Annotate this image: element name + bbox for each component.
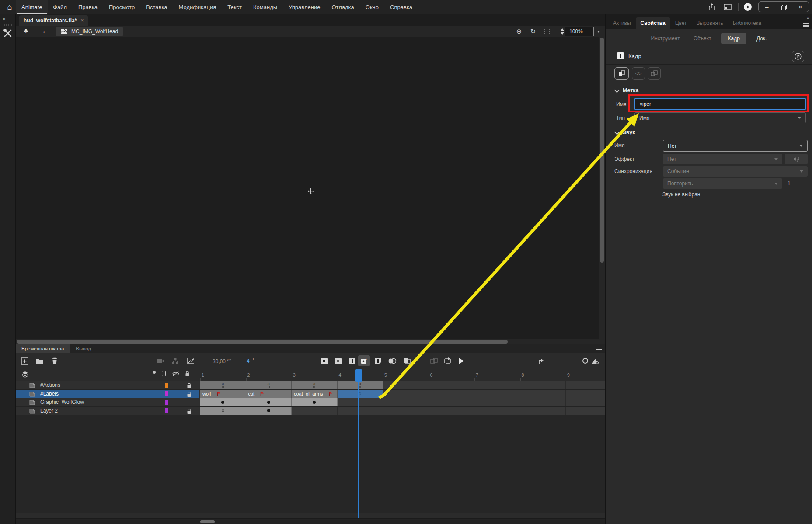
frame-cell-action[interactable]: a <box>292 381 338 389</box>
layer-hierarchy-icon[interactable] <box>171 356 180 366</box>
menu-item-4[interactable]: Вставка <box>140 4 173 10</box>
frame-cell-empty[interactable] <box>429 398 475 406</box>
panel-overflow-icon[interactable]: » <box>807 15 809 20</box>
menu-item-8[interactable]: Управление <box>283 4 326 10</box>
panel-tab-3[interactable]: Цвет <box>670 17 692 29</box>
clip-content-icon[interactable] <box>542 28 552 35</box>
close-button[interactable]: × <box>792 2 809 12</box>
layer-lock-icon[interactable] <box>187 392 192 397</box>
frame-cell-empty[interactable] <box>429 390 475 398</box>
playhead[interactable] <box>355 369 362 382</box>
panel-menu-icon[interactable] <box>803 23 809 27</box>
layer-color-swatch[interactable] <box>165 408 168 413</box>
remove-frame-button[interactable] <box>373 356 383 366</box>
menu-item-6[interactable]: Текст <box>222 4 247 10</box>
frame-cell-empty[interactable] <box>383 381 429 389</box>
menu-item-11[interactable]: Справка <box>384 4 418 10</box>
panel-tab-4[interactable]: Выровнять <box>692 17 728 29</box>
stage-canvas[interactable] <box>16 37 605 339</box>
stepper-down-icon[interactable] <box>561 32 564 35</box>
rail-overflow-icon[interactable]: » <box>3 16 5 22</box>
frame-rate-value[interactable]: 30,00к/с <box>213 358 231 364</box>
workspace-layout-icon[interactable] <box>722 2 733 12</box>
sound-repeat-dropdown[interactable]: Повторить <box>663 178 782 189</box>
camera-icon[interactable] <box>156 356 165 366</box>
frame-cell-empty[interactable] <box>429 381 475 389</box>
menu-item-9[interactable]: Отладка <box>326 4 359 10</box>
timeline-horizontal-scrollbar[interactable] <box>16 518 605 524</box>
new-folder-button[interactable] <box>35 356 44 366</box>
frame-cell-empty[interactable] <box>566 398 605 406</box>
frame-cell-empty[interactable] <box>338 407 383 415</box>
keyframe-option-button[interactable] <box>614 67 629 80</box>
frame-ruler[interactable]: 123456789 <box>199 368 605 381</box>
frame-cell-keyframe[interactable] <box>200 398 246 406</box>
minimize-button[interactable]: – <box>759 2 775 12</box>
app-workspace-tab[interactable]: Animate <box>16 0 48 14</box>
breadcrumb[interactable]: MC_IMG_WolfHead <box>56 27 123 36</box>
menu-item-3[interactable]: Просмотр <box>103 4 140 10</box>
center-stage-icon[interactable]: ⊕ <box>514 28 524 35</box>
panel-tab-5[interactable]: Библиотека <box>728 17 766 29</box>
frame-cell-action[interactable]: a <box>200 381 246 389</box>
scene-icon[interactable]: ♣ <box>24 27 28 35</box>
frame-cell-empty[interactable] <box>292 407 338 415</box>
code-option-button[interactable]: </> <box>632 67 645 80</box>
edit-multiple-frames-icon[interactable] <box>429 356 439 366</box>
lock-column-icon[interactable] <box>185 371 190 377</box>
visibility-column-icon[interactable] <box>172 371 179 376</box>
menu-item-7[interactable]: Команды <box>247 4 283 10</box>
layer-color-swatch[interactable] <box>165 391 168 396</box>
menu-item-5[interactable]: Модификация <box>173 4 222 10</box>
current-frame-value[interactable]: 4 <box>247 358 250 364</box>
layer-color-swatch[interactable] <box>165 383 168 388</box>
home-icon[interactable]: ⌂ <box>3 2 16 12</box>
document-tab-close-icon[interactable]: × <box>80 17 84 24</box>
delete-layer-button[interactable] <box>50 356 59 366</box>
scrollbar-thumb[interactable] <box>200 520 215 523</box>
frame-cell-empty[interactable] <box>338 398 383 406</box>
sound-section-header[interactable]: Звук <box>614 129 635 135</box>
sound-sync-dropdown[interactable]: Событие <box>663 166 808 177</box>
layer-row-3[interactable]: Graphic_WolfGlow <box>16 398 199 407</box>
frame-cell-keyframe[interactable] <box>246 407 292 415</box>
canvas-horizontal-scrollbar[interactable] <box>16 339 605 344</box>
frame-cell-empty[interactable] <box>474 381 520 389</box>
loop-playback-button[interactable] <box>443 356 452 366</box>
zoom-level-input[interactable]: 100% <box>565 27 594 36</box>
frame-cell-empty[interactable] <box>520 398 566 406</box>
rail-grip[interactable] <box>3 24 12 26</box>
frame-cell-hollow[interactable] <box>200 407 246 415</box>
frame-cell-action[interactable]: a <box>246 381 292 389</box>
insert-blank-keyframe-button[interactable] <box>333 356 343 366</box>
play-button[interactable] <box>457 356 466 366</box>
subtab-1[interactable]: Инструмент <box>651 35 680 42</box>
frame-cell-empty[interactable] <box>383 390 429 398</box>
onion-skin-outline-button[interactable] <box>402 356 412 366</box>
detach-panel-button[interactable] <box>792 51 804 62</box>
insert-keyframe-button[interactable] <box>319 356 329 366</box>
frame-cell-empty[interactable] <box>474 398 520 406</box>
frame-cell-empty[interactable] <box>520 381 566 389</box>
layers-stack-icon[interactable] <box>21 371 29 378</box>
timeline-zoom-slider[interactable] <box>550 361 582 361</box>
label-section-header[interactable]: Метка <box>614 87 639 94</box>
edit-sound-effect-button[interactable] <box>785 154 808 164</box>
restore-button[interactable] <box>775 2 792 12</box>
highlight-column-icon[interactable] <box>153 371 156 374</box>
layer-row-1[interactable]: #Actions <box>16 381 199 390</box>
layer-color-swatch[interactable] <box>165 400 168 405</box>
timeline-menu-icon[interactable] <box>596 347 602 350</box>
frame-cell-selected[interactable] <box>338 390 383 398</box>
share-icon[interactable] <box>707 2 717 12</box>
frame-cell-empty[interactable] <box>520 390 566 398</box>
frame-cell-action[interactable]: a <box>338 381 383 389</box>
timeline-zoom-knob[interactable] <box>582 358 588 364</box>
layer-row-4[interactable]: Layer 2 <box>16 407 199 416</box>
back-icon[interactable]: ← <box>42 27 49 35</box>
zoom-dropdown-button[interactable] <box>594 27 603 36</box>
auto-keyframe-toggle[interactable]: A <box>358 355 370 366</box>
frame-cell-empty[interactable] <box>474 390 520 398</box>
layer-lock-icon[interactable] <box>187 409 192 414</box>
timeline-tab-1[interactable]: Временная шкала <box>16 344 70 353</box>
